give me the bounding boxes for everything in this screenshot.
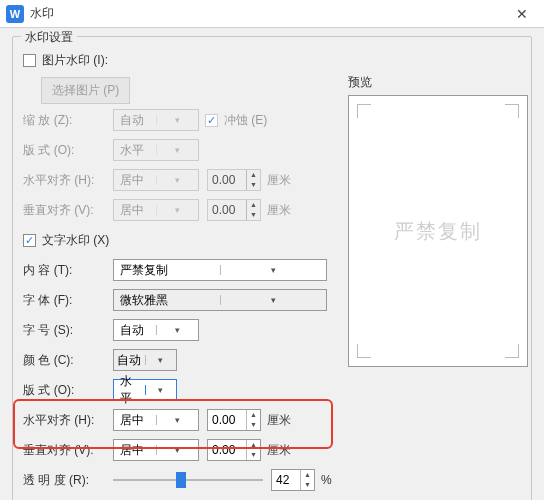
group-title: 水印设置 (21, 29, 77, 46)
content-label: 内 容 (T): (23, 262, 113, 279)
scale-label: 缩 放 (Z): (23, 112, 113, 129)
chevron-down-icon: ▾ (156, 445, 199, 455)
preview-box: 严禁复制 (348, 95, 528, 367)
pic-halign-combo: 居中▾ (113, 169, 199, 191)
select-picture-button: 选择图片 (P) (41, 77, 130, 104)
pic-valign-spin: ▲▼ (207, 199, 261, 221)
content-combo[interactable]: 严禁复制▾ (113, 259, 327, 281)
title-bar: W 水印 ✕ (0, 0, 544, 28)
chevron-down-icon: ▾ (156, 175, 199, 185)
opacity-label: 透 明 度 (R): (23, 472, 113, 489)
pic-halign-label: 水平对齐 (H): (23, 172, 113, 189)
txt-halign-combo[interactable]: 居中▾ (113, 409, 199, 431)
size-label: 字 号 (S): (23, 322, 113, 339)
size-combo[interactable]: 自动▾ (113, 319, 199, 341)
text-watermark-checkbox[interactable] (23, 234, 36, 247)
pic-layout-combo: 水平▾ (113, 139, 199, 161)
txt-layout-combo[interactable]: 水平▾ (113, 379, 177, 401)
picture-watermark-label: 图片水印 (I): (42, 52, 108, 69)
chevron-down-icon: ▾ (156, 145, 199, 155)
washout-checkbox (205, 114, 218, 127)
txt-valign-combo[interactable]: 居中▾ (113, 439, 199, 461)
opacity-slider[interactable] (113, 470, 263, 490)
chevron-down-icon: ▾ (156, 115, 199, 125)
chevron-down-icon: ▾ (220, 295, 327, 305)
txt-halign-label: 水平对齐 (H): (23, 412, 113, 429)
txt-valign-spin[interactable]: ▲▼ (207, 439, 261, 461)
preview-watermark-text: 严禁复制 (394, 218, 482, 245)
color-combo[interactable]: 自动▾ (113, 349, 177, 371)
preview-panel: 预览 严禁复制 (348, 74, 528, 367)
chevron-down-icon: ▾ (156, 205, 199, 215)
pic-valign-combo: 居中▾ (113, 199, 199, 221)
chevron-down-icon: ▾ (220, 265, 327, 275)
pic-halign-spin: ▲▼ (207, 169, 261, 191)
pic-valign-label: 垂直对齐 (V): (23, 202, 113, 219)
txt-halign-spin[interactable]: ▲▼ (207, 409, 261, 431)
close-icon[interactable]: ✕ (506, 6, 538, 22)
pic-layout-label: 版 式 (O): (23, 142, 113, 159)
window-title: 水印 (30, 5, 506, 22)
chevron-down-icon: ▾ (145, 385, 177, 395)
picture-watermark-checkbox[interactable] (23, 54, 36, 67)
text-watermark-label: 文字水印 (X) (42, 232, 109, 249)
font-combo[interactable]: 微软雅黑▾ (113, 289, 327, 311)
chevron-down-icon: ▾ (156, 325, 199, 335)
txt-layout-label: 版 式 (O): (23, 382, 113, 399)
color-label: 颜 色 (C): (23, 352, 113, 369)
app-logo-icon: W (6, 5, 24, 23)
txt-valign-label: 垂直对齐 (V): (23, 442, 113, 459)
chevron-down-icon: ▾ (156, 415, 199, 425)
preview-label: 预览 (348, 74, 528, 91)
washout-label: 冲蚀 (E) (224, 112, 267, 129)
font-label: 字 体 (F): (23, 292, 113, 309)
chevron-down-icon: ▾ (145, 355, 177, 365)
opacity-spin[interactable]: ▲▼ (271, 469, 315, 491)
scale-combo: 自动▾ (113, 109, 199, 131)
